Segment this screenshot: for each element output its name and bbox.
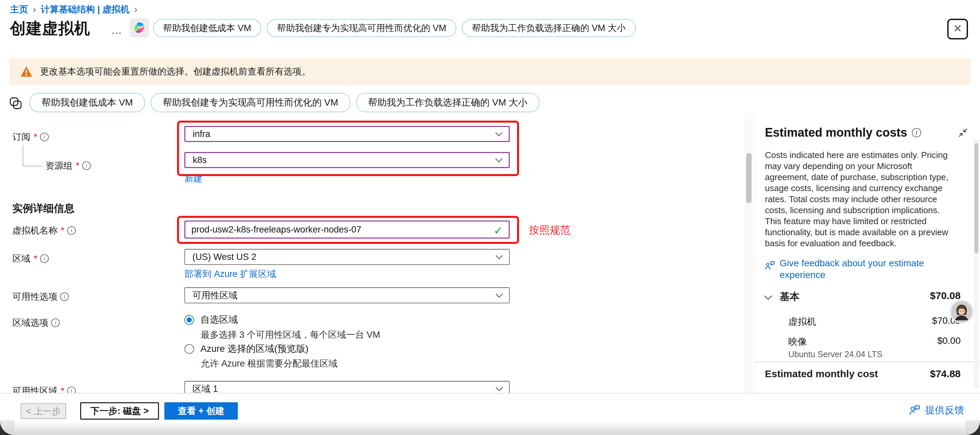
content-scrollbar-track[interactable] bbox=[746, 112, 752, 393]
zone-option-azure-description: 允许 Azure 根据需要分配最佳区域 bbox=[201, 357, 338, 370]
zone-option-self-description: 最多选择 3 个可用性区域，每个区域一台 VM bbox=[201, 329, 380, 341]
cost-group-basic-row[interactable]: 基本 bbox=[765, 290, 800, 304]
warning-icon bbox=[20, 66, 33, 77]
resource-group-dropdown[interactable]: k8s bbox=[185, 152, 510, 168]
info-icon[interactable]: i bbox=[60, 292, 69, 301]
chevron-down-icon bbox=[496, 290, 503, 297]
window-bottom-edge bbox=[0, 422, 980, 435]
panel-scrollbar-track[interactable] bbox=[974, 140, 978, 388]
more-menu-button[interactable]: … bbox=[111, 24, 123, 37]
create-vm-page: 主页 › 计算基础结构 | 虚拟机 › 创建虚拟机 … 帮助我创建低成本 VM … bbox=[0, 0, 980, 435]
collapse-panel-icon[interactable] bbox=[958, 127, 968, 139]
instance-details-heading: 实例详细信息 bbox=[12, 201, 75, 215]
chevron-down-icon bbox=[765, 292, 772, 300]
zone-options-label: 区域选项 i bbox=[12, 317, 60, 329]
availability-options-label: 可用性选项 i bbox=[12, 291, 69, 303]
chevron-down-icon bbox=[495, 129, 502, 136]
cost-image-label: 映像 bbox=[788, 335, 807, 348]
deploy-edge-zone-link[interactable]: 部署到 Azure 扩展区域 bbox=[185, 268, 276, 280]
region-label: 区域 * i bbox=[12, 253, 49, 265]
panel-divider bbox=[755, 362, 980, 362]
radio-unselected-icon bbox=[185, 344, 194, 354]
suggestion-high-availability-button[interactable]: 帮助我创建专为实现高可用性而优化的 VM bbox=[267, 19, 456, 37]
body-copilot-suggestions: 帮助我创建低成本 VM 帮助我创建专为实现高可用性而优化的 VM 帮助我为工作负… bbox=[29, 93, 539, 112]
availability-options-dropdown[interactable]: 可用性区域 bbox=[185, 287, 510, 303]
suggestion-right-size-button[interactable]: 帮助我为工作负载选择正确的 VM 大小 bbox=[462, 19, 636, 37]
info-icon[interactable]: i bbox=[912, 128, 921, 137]
give-feedback-label: 提供反馈 bbox=[925, 403, 964, 417]
required-mark: * bbox=[76, 161, 80, 171]
subscription-dropdown[interactable]: infra bbox=[185, 126, 510, 142]
page-title: 创建虚拟机 bbox=[10, 18, 90, 39]
costs-panel-title: Estimated monthly costs bbox=[765, 126, 907, 140]
total-cost-label: Estimated monthly cost bbox=[765, 368, 878, 379]
cost-vm-label: 虚拟机 bbox=[788, 315, 816, 328]
warning-text: 更改基本选项可能会重置所做的选择。创建虚拟机前查看所有选项。 bbox=[40, 65, 311, 78]
copilot-outline-icon bbox=[8, 96, 23, 112]
previous-step-button[interactable]: < 上一步 bbox=[21, 403, 66, 419]
suggestion-low-cost-vm-button[interactable]: 帮助我创建低成本 VM bbox=[29, 93, 145, 112]
estimate-feedback-link[interactable]: Give feedback about your estimate experi… bbox=[764, 257, 940, 280]
required-mark: * bbox=[61, 226, 64, 236]
panel-scrollbar-thumb[interactable] bbox=[974, 143, 978, 253]
breadcrumb-home-link[interactable]: 主页 bbox=[10, 3, 28, 15]
costs-panel-title-row: Estimated monthly costs i bbox=[765, 126, 921, 140]
vm-name-input[interactable] bbox=[185, 220, 510, 239]
resource-group-label: 资源组 * i bbox=[45, 160, 91, 172]
breadcrumb-separator-icon: › bbox=[32, 4, 37, 15]
info-icon[interactable]: i bbox=[40, 133, 49, 141]
content-scrollbar-thumb[interactable] bbox=[746, 153, 751, 203]
tree-connector bbox=[23, 145, 23, 166]
header-copilot-suggestions: 帮助我创建低成本 VM 帮助我创建专为实现高可用性而优化的 VM 帮助我为工作负… bbox=[153, 19, 636, 37]
review-create-button[interactable]: 查看 + 创建 bbox=[164, 402, 238, 420]
cost-group-label: 基本 bbox=[780, 290, 800, 304]
feedback-person-icon bbox=[908, 404, 921, 417]
footer-bar: < 上一步 下一步: 磁盘 > 查看 + 创建 提供反馈 bbox=[0, 393, 980, 422]
estimate-feedback-label: Give feedback about your estimate experi… bbox=[780, 257, 940, 280]
info-icon[interactable]: i bbox=[67, 226, 76, 235]
required-mark: * bbox=[34, 132, 37, 142]
radio-selected-icon bbox=[185, 315, 194, 325]
chevron-down-icon bbox=[496, 384, 503, 391]
cost-image-subtext: Ubuntu Server 24.04 LTS bbox=[788, 349, 883, 359]
required-mark: * bbox=[34, 253, 37, 264]
suggestion-right-size-button[interactable]: 帮助我为工作负载选择正确的 VM 大小 bbox=[356, 93, 540, 112]
close-icon: × bbox=[954, 21, 962, 35]
vm-name-label: 虚拟机名称 * i bbox=[12, 225, 76, 237]
annotation-text: 按照规范 bbox=[529, 223, 571, 237]
give-feedback-link[interactable]: 提供反馈 bbox=[908, 403, 964, 417]
valid-check-icon: ✓ bbox=[494, 224, 503, 237]
close-button[interactable]: × bbox=[947, 19, 968, 40]
region-dropdown[interactable]: (US) West US 2 bbox=[185, 249, 510, 265]
copilot-logo-icon bbox=[132, 21, 146, 35]
vm-name-field-wrap: ✓ bbox=[185, 220, 510, 239]
feedback-bubbles-icon bbox=[764, 260, 776, 280]
subscription-label: 订阅 * i bbox=[12, 131, 49, 143]
chevron-down-icon bbox=[495, 155, 502, 162]
suggestion-high-availability-button[interactable]: 帮助我创建专为实现高可用性而优化的 VM bbox=[151, 93, 350, 112]
costs-disclaimer-text: Costs indicated here are estimates only.… bbox=[765, 150, 957, 249]
next-step-disks-button[interactable]: 下一步: 磁盘 > bbox=[80, 402, 159, 420]
info-icon[interactable]: i bbox=[40, 254, 49, 263]
cost-group-amount: $70.08 bbox=[930, 290, 961, 301]
window-corner bbox=[0, 420, 15, 435]
cost-image-amount: $0.00 bbox=[937, 335, 961, 346]
breadcrumb: 主页 › 计算基础结构 | 虚拟机 › bbox=[10, 3, 139, 15]
create-new-resource-group-link[interactable]: 新建 bbox=[185, 172, 202, 185]
warning-banner: 更改基本选项可能会重置所做的选择。创建虚拟机前查看所有选项。 bbox=[10, 58, 970, 85]
zone-option-self-select[interactable]: 自选区域 bbox=[185, 313, 238, 326]
suggestion-low-cost-vm-button[interactable]: 帮助我创建低成本 VM bbox=[153, 19, 261, 37]
assistant-avatar[interactable] bbox=[950, 300, 973, 323]
window-corner bbox=[965, 420, 980, 435]
chevron-down-icon bbox=[496, 252, 503, 259]
zone-option-azure-select[interactable]: Azure 选择的区域(预览版) bbox=[185, 343, 309, 355]
copilot-button[interactable] bbox=[130, 18, 149, 37]
info-icon[interactable]: i bbox=[82, 161, 91, 170]
breadcrumb-section-link[interactable]: 计算基础结构 | 虚拟机 bbox=[41, 3, 130, 15]
breadcrumb-separator-icon: › bbox=[133, 4, 139, 15]
tree-connector bbox=[23, 166, 42, 166]
info-icon[interactable]: i bbox=[51, 319, 60, 327]
total-cost-amount: $74.88 bbox=[930, 368, 961, 379]
